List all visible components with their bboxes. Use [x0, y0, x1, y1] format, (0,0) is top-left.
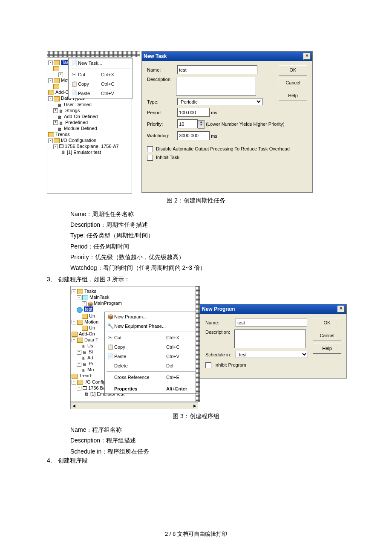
ok-button-2[interactable]: OK	[313, 318, 341, 328]
figure-2-definitions: Name：周期性任务名称 Description：周期性任务描述 Type: 任…	[70, 209, 345, 273]
menu-new-program[interactable]: 📦New Program...	[105, 312, 198, 321]
period-field[interactable]	[177, 108, 210, 117]
menu-properties[interactable]: PropertiesAlt+Enter	[105, 384, 198, 393]
ok-button[interactable]: OK	[279, 65, 307, 75]
tree-motion[interactable]: Mot	[61, 78, 69, 83]
figure-2-caption: 图 2：创建周期性任务	[47, 197, 345, 205]
menu-cut[interactable]: ✂CutCtrl+X	[69, 70, 133, 79]
menu-new-equipment[interactable]: 🔧New Equipment Phase...	[105, 321, 198, 331]
menu-cut-2[interactable]: ✂CutCtrl+X	[105, 333, 198, 342]
tree2-addon[interactable]: Add-On	[79, 331, 95, 336]
priority-field[interactable]	[177, 119, 198, 128]
new-task-dialog: New Task × OK Cancel Help Name: Descript…	[141, 51, 313, 193]
type-select[interactable]: Periodic	[177, 98, 262, 105]
disable-output-checkbox[interactable]	[147, 146, 153, 152]
menu-new-task[interactable]: 📄New Task...	[69, 58, 133, 68]
menu-paste[interactable]: 📄PasteCtrl+V	[69, 89, 133, 98]
tree2-data[interactable]: Data T	[84, 337, 98, 342]
new-program-dialog: New Program × OK Cancel Help Name: Descr…	[200, 304, 347, 379]
tree2-trend[interactable]: Trend:	[79, 373, 92, 378]
help-button-2[interactable]: Help	[313, 344, 341, 354]
close-icon[interactable]: ×	[303, 53, 311, 60]
cancel-button-2[interactable]: Cancel	[313, 331, 341, 341]
tree-emu[interactable]: [1] Emulator test	[67, 150, 101, 155]
priority-label: Priority:	[147, 121, 176, 127]
priority-stepper[interactable]: ▲▼	[198, 120, 205, 129]
disable-output-label: Disable Automatic Output Processing To R…	[156, 146, 290, 151]
page-footer: 2 / 8 文档可自由编辑打印	[0, 530, 392, 538]
figure-2: -Tasks + -Mot Add-On Instructions -Data …	[47, 51, 345, 194]
tree-io[interactable]: I/O Configuration	[61, 138, 96, 143]
schedule-label: Schedule in:	[205, 352, 234, 357]
tree-trends[interactable]: Trends	[55, 132, 70, 137]
def-desc: Description：周期性任务描述	[70, 220, 345, 230]
def3-sched: Schedule in：程序组所在任务	[70, 446, 345, 457]
horizontal-scrollbar[interactable]: ◀▶	[70, 402, 198, 409]
tree2-un2[interactable]: Un	[89, 325, 95, 330]
name-label: Name:	[147, 67, 176, 72]
tree-aod[interactable]: Add-On-Defined	[64, 114, 98, 119]
priority-hint: (Lower Number Yields Higher Priority)	[206, 121, 285, 127]
inhibit-program-label: Inhibit Program	[214, 362, 246, 367]
context-menu-test: 📦New Program... 🔧New Equipment Phase... …	[104, 312, 198, 394]
dialog-title: New Task	[144, 53, 167, 59]
desc-label-2: Description:	[205, 330, 234, 348]
figure-3-definitions: Name：程序组名称 Description：程序组描述 Schedule in…	[70, 425, 345, 457]
dialog-title-2: New Program	[202, 306, 235, 312]
def-type: Type: 任务类型（周期性/时间）	[70, 230, 345, 241]
tree2-us[interactable]: Us	[87, 343, 93, 348]
tree2-maintask[interactable]: MainTask	[89, 295, 109, 300]
name-field-2[interactable]	[236, 318, 307, 327]
inhibit-task-checkbox[interactable]	[147, 155, 153, 161]
help-button[interactable]: Help	[279, 91, 307, 101]
inhibit-task-label: Inhibit Task	[156, 155, 179, 160]
menu-copy-2[interactable]: 📋CopyCtrl+C	[105, 342, 198, 352]
tree2-mo[interactable]: Mo	[87, 367, 94, 372]
page: -Tasks + -Mot Add-On Instructions -Data …	[0, 0, 392, 555]
figure-3-caption: 图 3：创建程序组	[47, 413, 345, 420]
watchdog-field[interactable]	[177, 131, 210, 140]
menu-paste-2[interactable]: 📄PasteCtrl+V	[105, 352, 198, 361]
def-name: Name：周期性任务名称	[70, 209, 345, 220]
fig2-left-panel: -Tasks + -Mot Add-On Instructions -Data …	[47, 51, 140, 194]
menu-copy[interactable]: 📋CopyCtrl+C	[69, 79, 133, 89]
period-label: Period:	[147, 110, 176, 115]
tree2-un[interactable]: Un	[89, 313, 95, 318]
step-4: 4、 创建程序段	[47, 457, 345, 465]
tree2-mainprog[interactable]: MainProgram	[94, 301, 122, 306]
name-field[interactable]	[177, 65, 257, 74]
grip-handle-2[interactable]	[196, 286, 200, 402]
tree-mod[interactable]: Module-Defined	[64, 126, 97, 131]
tree-back[interactable]: 1756 Backplane, 1756-A7	[65, 144, 119, 149]
tree2-tasks[interactable]: Tasks	[84, 289, 96, 294]
fig3-left-panel: -Tasks -MainTask +📦MainProgram test Un -…	[70, 286, 198, 409]
watchdog-unit: ms	[211, 133, 217, 138]
figure-3: -Tasks -MainTask +📦MainProgram test Un -…	[70, 286, 345, 409]
tree2-pr[interactable]: Pr	[89, 361, 93, 366]
tree2-st[interactable]: St	[89, 349, 93, 354]
grip-handle[interactable]	[47, 51, 140, 57]
inhibit-program-checkbox[interactable]	[205, 362, 211, 368]
tree-pre[interactable]: Predefined	[65, 120, 88, 125]
dialog-titlebar[interactable]: New Task ×	[142, 52, 312, 61]
def3-desc: Description：程序组描述	[70, 435, 345, 446]
tree2-motion[interactable]: Motion	[84, 319, 98, 324]
step-3: 3、 创建程序组，如图 3 所示：	[47, 276, 345, 283]
dialog-titlebar-2[interactable]: New Program ×	[200, 304, 346, 314]
def-priority: Priority：优先级（数值越小，优先级越高）	[70, 252, 345, 263]
menu-delete[interactable]: DeleteDel	[105, 361, 198, 370]
tree-user[interactable]: User-Defined	[64, 102, 92, 107]
context-menu-tasks: 📄New Task... ✂CutCtrl+X 📋CopyCtrl+C 📄Pas…	[68, 58, 133, 98]
def-period: Period：任务周期时间	[70, 241, 345, 252]
period-unit: ms	[211, 110, 217, 115]
def3-name: Name：程序组名称	[70, 425, 345, 435]
tree-strings[interactable]: Strings	[65, 108, 80, 113]
description-field[interactable]	[176, 77, 256, 95]
cancel-button[interactable]: Cancel	[279, 78, 307, 88]
menu-cross-ref[interactable]: Cross ReferenceCtrl+E	[105, 373, 198, 382]
schedule-select[interactable]: test	[236, 351, 308, 358]
tree2-ad[interactable]: Ad	[87, 355, 93, 360]
close-icon-2[interactable]: ×	[337, 306, 345, 312]
tree2-test[interactable]: test	[84, 306, 93, 312]
description-field-2[interactable]	[234, 330, 306, 348]
